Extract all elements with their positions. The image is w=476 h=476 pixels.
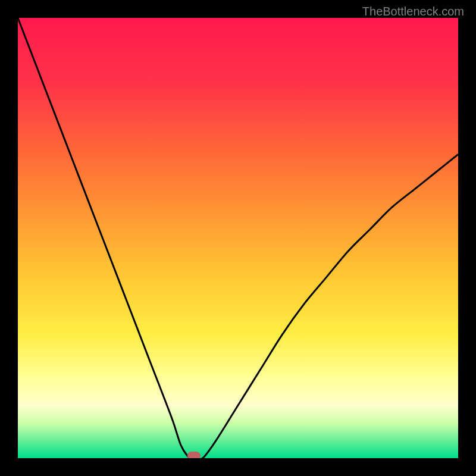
watermark-text: TheBottleneck.com: [362, 5, 464, 18]
chart-container: [18, 18, 458, 458]
bottleneck-curve: [18, 18, 458, 458]
optimal-marker: [187, 452, 201, 458]
